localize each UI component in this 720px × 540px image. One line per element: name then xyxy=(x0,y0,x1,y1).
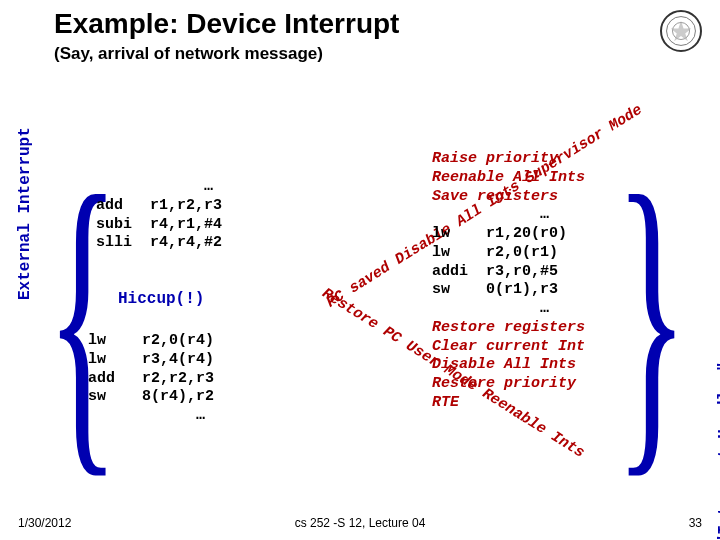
footer-center: cs 252 -S 12, Lecture 04 xyxy=(0,516,720,530)
handler-line: … xyxy=(432,300,585,319)
interrupt-handler-code: Raise priorityReenable All IntsSave regi… xyxy=(432,150,585,413)
code-after-interrupt: lw r2,0(r4) lw r3,4(r4) add r2,r2,r3 sw … xyxy=(88,332,214,426)
brace-right-icon: } xyxy=(615,120,688,511)
page-title: Example: Device Interrupt xyxy=(54,8,399,40)
handler-line: Restore priority xyxy=(432,375,585,394)
label-external-interrupt: External Interrupt xyxy=(16,127,34,300)
handler-line: Clear current Int xyxy=(432,338,585,357)
label-interrupt-handler: "Interrupt Handler" xyxy=(716,362,720,540)
handler-line: addi r3,r0,#5 xyxy=(432,263,585,282)
code-before-interrupt: … add r1,r2,r3 subi r4,r1,#4 slli r4,r4,… xyxy=(96,178,222,253)
handler-line: lw r2,0(r1) xyxy=(432,244,585,263)
handler-line: lw r1,20(r0) xyxy=(432,225,585,244)
handler-line: Raise priority xyxy=(432,150,585,169)
footer-page-number: 33 xyxy=(689,516,702,530)
handler-line: … xyxy=(432,206,585,225)
handler-line: sw 0(r1),r3 xyxy=(432,281,585,300)
handler-line: Disable All Ints xyxy=(432,356,585,375)
handler-line: Reenable All Ints xyxy=(432,169,585,188)
seal-icon xyxy=(660,10,702,52)
page-subtitle: (Say, arrival of network message) xyxy=(54,44,323,64)
handler-line: Restore registers xyxy=(432,319,585,338)
handler-line: Save registers xyxy=(432,188,585,207)
slide: Example: Device Interrupt (Say, arrival … xyxy=(0,0,720,540)
hiccup-label: Hiccup(!) xyxy=(118,290,204,308)
handler-line: RTE xyxy=(432,394,585,413)
